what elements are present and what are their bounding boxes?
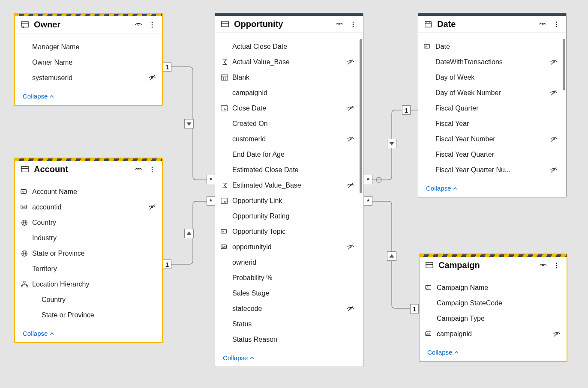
field-row[interactable]: Manager Name bbox=[20, 39, 157, 55]
hidden-icon[interactable] bbox=[346, 135, 355, 143]
field-row[interactable]: ownerid bbox=[220, 255, 355, 270]
field-row[interactable]: A=Campaign Name bbox=[425, 280, 561, 295]
collapse-link[interactable]: Collapse bbox=[427, 349, 459, 356]
visibility-icon[interactable] bbox=[134, 165, 143, 174]
field-row[interactable]: Fiscal Year Number bbox=[423, 131, 558, 147]
more-options-icon[interactable] bbox=[348, 20, 358, 29]
visibility-icon[interactable] bbox=[538, 261, 548, 270]
hidden-icon[interactable] bbox=[549, 166, 558, 174]
card-header[interactable]: Opportunity bbox=[215, 16, 363, 33]
hidden-icon[interactable] bbox=[552, 330, 561, 338]
field-row[interactable]: customerid bbox=[220, 131, 355, 147]
card-header[interactable]: Date bbox=[418, 16, 566, 33]
more-options-icon[interactable] bbox=[552, 261, 561, 270]
svg-point-67 bbox=[556, 26, 557, 27]
collapse-link[interactable]: Collapse bbox=[23, 330, 54, 337]
chevron-up-icon bbox=[49, 94, 54, 99]
chevron-up-icon bbox=[49, 331, 54, 336]
field-row[interactable]: State or Province bbox=[20, 307, 157, 323]
field-row[interactable]: Country bbox=[20, 215, 157, 230]
field-row[interactable]: End Date for Age bbox=[220, 147, 355, 162]
field-row[interactable]: Blank bbox=[220, 70, 355, 85]
collapse-link[interactable]: Collapse bbox=[223, 354, 255, 361]
field-label: DateWithTransactions bbox=[435, 58, 546, 66]
globe-icon bbox=[20, 219, 29, 227]
hidden-icon[interactable] bbox=[549, 135, 558, 143]
table-card-opportunity[interactable]: Opportunity Actual Close DateActual Valu… bbox=[215, 13, 363, 367]
scrollbar[interactable] bbox=[360, 39, 362, 193]
field-row[interactable]: Campaign StateCode bbox=[425, 295, 561, 311]
field-row[interactable]: Sales Stage bbox=[220, 286, 355, 301]
hidden-icon[interactable] bbox=[147, 74, 157, 82]
field-row[interactable]: Actual Close Date bbox=[220, 39, 355, 54]
field-label: Status bbox=[232, 320, 355, 328]
field-row[interactable]: A=Date bbox=[423, 39, 558, 54]
field-row[interactable]: Campaign Type bbox=[425, 311, 561, 326]
field-row[interactable]: Territory bbox=[20, 261, 157, 277]
table-card-owner[interactable]: Owner Manager NameOwner Namesystemuserid… bbox=[14, 13, 163, 106]
field-row[interactable]: Opportunity Rating bbox=[220, 209, 355, 224]
visibility-icon[interactable] bbox=[538, 20, 547, 29]
field-row[interactable]: A=Account Name bbox=[20, 184, 157, 200]
svg-point-4 bbox=[152, 22, 153, 23]
field-row[interactable]: Owner Name bbox=[20, 55, 157, 70]
collapse-link[interactable]: Collapse bbox=[23, 93, 54, 100]
hidden-icon[interactable] bbox=[549, 58, 558, 66]
svg-line-37 bbox=[348, 60, 353, 64]
field-row[interactable]: A=Opportunity Topic bbox=[220, 224, 355, 239]
key-icon: A= bbox=[220, 243, 229, 251]
field-row[interactable]: fxOpportunity Link bbox=[220, 193, 355, 209]
field-row[interactable]: systemuserid bbox=[20, 70, 157, 86]
table-card-date[interactable]: Date A=DateDateWithTransactionsDay of We… bbox=[418, 13, 567, 197]
table-title: Owner bbox=[34, 20, 129, 30]
field-row[interactable]: Fiscal Year Quarter bbox=[423, 147, 558, 162]
field-row[interactable]: Estimated Value_Base bbox=[220, 178, 355, 193]
field-row[interactable]: Actual Value_Base bbox=[220, 54, 355, 70]
field-row[interactable]: Industry bbox=[20, 230, 157, 246]
field-row[interactable]: Fiscal Year bbox=[423, 116, 558, 131]
collapse-link[interactable]: Collapse bbox=[426, 185, 458, 192]
field-row[interactable]: Status bbox=[220, 316, 355, 332]
model-canvas[interactable]: 1 * 1 * 1 * 1 * Owner Manager NameOwner … bbox=[0, 0, 588, 388]
card-header[interactable]: Account bbox=[15, 161, 162, 178]
field-row[interactable]: fxClose Date bbox=[220, 101, 355, 116]
visibility-icon[interactable] bbox=[134, 20, 143, 30]
visibility-icon[interactable] bbox=[335, 20, 344, 29]
svg-point-80 bbox=[542, 264, 543, 266]
hidden-icon[interactable] bbox=[346, 58, 355, 66]
field-row[interactable]: Probability % bbox=[220, 270, 355, 286]
field-row[interactable]: campaignid bbox=[220, 85, 355, 101]
field-row[interactable]: Status Reason bbox=[220, 332, 355, 347]
hidden-icon[interactable] bbox=[346, 182, 355, 189]
field-row[interactable]: A=accountid bbox=[20, 200, 157, 215]
hidden-icon[interactable] bbox=[549, 89, 558, 97]
field-row[interactable]: A=campaignid bbox=[425, 326, 561, 342]
scrollbar[interactable] bbox=[563, 39, 565, 90]
field-row[interactable]: Fiscal Quarter bbox=[423, 101, 558, 116]
more-options-icon[interactable] bbox=[552, 20, 561, 29]
field-row[interactable]: Location Hierarchy bbox=[20, 277, 157, 292]
field-row[interactable]: Day of Week bbox=[423, 70, 558, 85]
hidden-icon[interactable] bbox=[147, 203, 157, 211]
collapse-label: Collapse bbox=[223, 354, 248, 361]
field-row[interactable]: Country bbox=[20, 292, 157, 307]
card-header[interactable]: Campaign bbox=[420, 257, 567, 274]
field-row[interactable]: Estimated Close Date bbox=[220, 162, 355, 178]
hidden-icon[interactable] bbox=[346, 305, 355, 313]
field-row[interactable]: DateWithTransactions bbox=[423, 54, 558, 70]
table-card-account[interactable]: Account A=Account NameA=accountidCountry… bbox=[14, 158, 163, 343]
hidden-icon[interactable] bbox=[346, 104, 355, 112]
field-row[interactable]: statecode bbox=[220, 301, 355, 316]
field-label: Date bbox=[435, 43, 558, 51]
field-row[interactable]: State or Province bbox=[20, 246, 157, 261]
field-row[interactable]: Created On bbox=[220, 116, 355, 131]
more-options-icon[interactable] bbox=[147, 165, 157, 174]
field-row[interactable]: A=opportunityid bbox=[220, 239, 355, 255]
hidden-icon[interactable] bbox=[346, 243, 355, 251]
field-row[interactable]: Day of Week Number bbox=[423, 85, 558, 101]
more-options-icon[interactable] bbox=[147, 20, 157, 30]
field-label: End Date for Age bbox=[232, 151, 355, 158]
field-row[interactable]: Fiscal Year Quarter Nu... bbox=[423, 162, 558, 178]
card-header[interactable]: Owner bbox=[15, 16, 162, 33]
table-card-campaign[interactable]: Campaign A=Campaign NameCampaign StateCo… bbox=[419, 254, 567, 362]
